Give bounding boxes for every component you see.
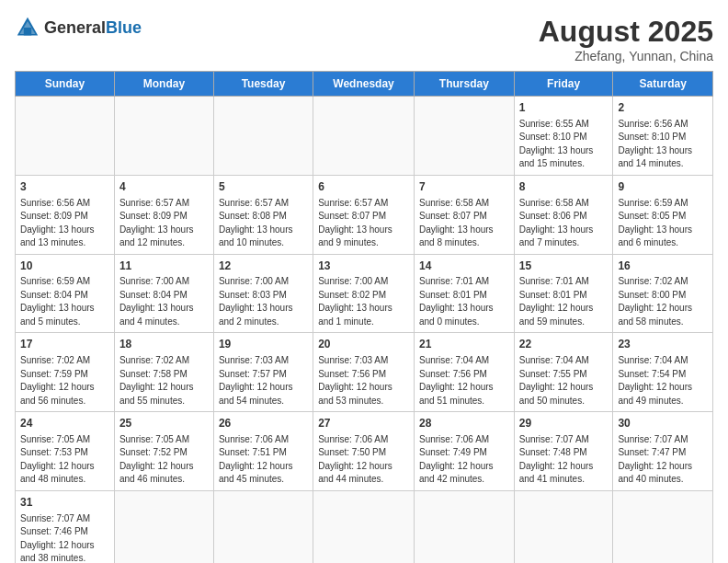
calendar-cell: 26Sunrise: 7:06 AM Sunset: 7:51 PM Dayli… xyxy=(213,412,313,491)
day-number: 6 xyxy=(318,179,409,195)
day-number: 25 xyxy=(119,416,209,431)
calendar-cell: 9Sunrise: 6:59 AM Sunset: 8:05 PM Daylig… xyxy=(613,175,713,254)
calendar-cell: 10Sunrise: 6:59 AM Sunset: 8:04 PM Dayli… xyxy=(16,254,115,333)
day-info: Sunrise: 6:55 AM Sunset: 8:10 PM Dayligh… xyxy=(519,118,609,171)
location: Zhefang, Yunnan, China xyxy=(539,49,713,63)
weekday-header-friday: Friday xyxy=(514,72,613,97)
calendar-cell xyxy=(16,97,115,176)
calendar-cell: 1Sunrise: 6:55 AM Sunset: 8:10 PM Daylig… xyxy=(514,97,613,176)
day-number: 26 xyxy=(219,416,308,431)
day-number: 16 xyxy=(618,259,708,274)
day-number: 10 xyxy=(20,259,109,274)
day-number: 8 xyxy=(519,179,609,195)
calendar-cell: 17Sunrise: 7:02 AM Sunset: 7:59 PM Dayli… xyxy=(16,333,115,412)
day-number: 29 xyxy=(519,416,609,431)
day-number: 18 xyxy=(119,337,209,352)
calendar-cell: 11Sunrise: 7:00 AM Sunset: 8:04 PM Dayli… xyxy=(114,254,213,333)
month-year: August 2025 xyxy=(539,15,713,49)
day-number: 15 xyxy=(519,259,609,274)
day-info: Sunrise: 7:06 AM Sunset: 7:51 PM Dayligh… xyxy=(219,433,308,487)
day-number: 13 xyxy=(318,259,409,274)
calendar-cell: 12Sunrise: 7:00 AM Sunset: 8:03 PM Dayli… xyxy=(213,254,313,333)
day-number: 4 xyxy=(119,179,209,195)
day-info: Sunrise: 7:00 AM Sunset: 8:02 PM Dayligh… xyxy=(318,275,409,328)
calendar-cell: 4Sunrise: 6:57 AM Sunset: 8:09 PM Daylig… xyxy=(114,175,213,254)
calendar-cell: 3Sunrise: 6:56 AM Sunset: 8:09 PM Daylig… xyxy=(16,175,115,254)
day-number: 17 xyxy=(20,337,109,352)
title-area: August 2025 Zhefang, Yunnan, China xyxy=(539,15,713,63)
day-number: 19 xyxy=(219,337,308,352)
day-info: Sunrise: 7:07 AM Sunset: 7:47 PM Dayligh… xyxy=(618,433,708,487)
day-number: 7 xyxy=(419,179,509,195)
day-info: Sunrise: 7:03 AM Sunset: 7:57 PM Dayligh… xyxy=(219,354,308,408)
day-number: 14 xyxy=(419,259,509,274)
calendar-cell: 15Sunrise: 7:01 AM Sunset: 8:01 PM Dayli… xyxy=(514,254,613,333)
calendar-cell xyxy=(613,490,713,563)
weekday-header-thursday: Thursday xyxy=(414,72,514,97)
day-info: Sunrise: 7:02 AM Sunset: 8:00 PM Dayligh… xyxy=(618,275,708,328)
day-number: 24 xyxy=(20,416,109,431)
day-info: Sunrise: 7:04 AM Sunset: 7:55 PM Dayligh… xyxy=(519,354,609,408)
calendar: SundayMondayTuesdayWednesdayThursdayFrid… xyxy=(15,71,713,563)
day-info: Sunrise: 6:56 AM Sunset: 8:09 PM Dayligh… xyxy=(20,197,109,250)
day-number: 1 xyxy=(519,100,609,116)
day-number: 21 xyxy=(419,337,509,352)
header: GeneralBlue August 2025 Zhefang, Yunnan,… xyxy=(15,15,713,63)
day-number: 27 xyxy=(318,416,409,431)
calendar-cell xyxy=(114,490,213,563)
day-info: Sunrise: 6:57 AM Sunset: 8:09 PM Dayligh… xyxy=(119,197,209,250)
day-info: Sunrise: 7:02 AM Sunset: 7:59 PM Dayligh… xyxy=(20,354,109,408)
calendar-cell: 5Sunrise: 6:57 AM Sunset: 8:08 PM Daylig… xyxy=(213,175,313,254)
day-info: Sunrise: 7:07 AM Sunset: 7:46 PM Dayligh… xyxy=(20,512,109,563)
day-info: Sunrise: 7:05 AM Sunset: 7:53 PM Dayligh… xyxy=(20,433,109,487)
day-number: 2 xyxy=(618,100,708,116)
calendar-cell: 31Sunrise: 7:07 AM Sunset: 7:46 PM Dayli… xyxy=(16,490,115,563)
week-row-2: 3Sunrise: 6:56 AM Sunset: 8:09 PM Daylig… xyxy=(16,175,713,254)
week-row-5: 24Sunrise: 7:05 AM Sunset: 7:53 PM Dayli… xyxy=(16,412,713,491)
weekday-header-wednesday: Wednesday xyxy=(313,72,415,97)
week-row-3: 10Sunrise: 6:59 AM Sunset: 8:04 PM Dayli… xyxy=(16,254,713,333)
day-info: Sunrise: 6:59 AM Sunset: 8:04 PM Dayligh… xyxy=(20,275,109,328)
calendar-cell xyxy=(213,97,313,176)
logo-icon xyxy=(15,15,40,40)
logo-text: GeneralBlue xyxy=(44,18,142,38)
weekday-header-row: SundayMondayTuesdayWednesdayThursdayFrid… xyxy=(16,72,713,97)
calendar-cell xyxy=(414,97,514,176)
calendar-cell: 23Sunrise: 7:04 AM Sunset: 7:54 PM Dayli… xyxy=(613,333,713,412)
day-info: Sunrise: 6:59 AM Sunset: 8:05 PM Dayligh… xyxy=(618,197,708,250)
calendar-cell: 6Sunrise: 6:57 AM Sunset: 8:07 PM Daylig… xyxy=(313,175,415,254)
calendar-cell: 24Sunrise: 7:05 AM Sunset: 7:53 PM Dayli… xyxy=(16,412,115,491)
day-number: 20 xyxy=(318,337,409,352)
calendar-cell: 2Sunrise: 6:56 AM Sunset: 8:10 PM Daylig… xyxy=(613,97,713,176)
calendar-cell: 27Sunrise: 7:06 AM Sunset: 7:50 PM Dayli… xyxy=(313,412,415,491)
day-number: 31 xyxy=(20,495,109,511)
day-info: Sunrise: 6:58 AM Sunset: 8:06 PM Dayligh… xyxy=(519,197,609,250)
week-row-6: 31Sunrise: 7:07 AM Sunset: 7:46 PM Dayli… xyxy=(16,490,713,563)
calendar-cell: 19Sunrise: 7:03 AM Sunset: 7:57 PM Dayli… xyxy=(213,333,313,412)
week-row-4: 17Sunrise: 7:02 AM Sunset: 7:59 PM Dayli… xyxy=(16,333,713,412)
day-info: Sunrise: 7:04 AM Sunset: 7:54 PM Dayligh… xyxy=(618,354,708,408)
calendar-cell: 7Sunrise: 6:58 AM Sunset: 8:07 PM Daylig… xyxy=(414,175,514,254)
calendar-cell: 8Sunrise: 6:58 AM Sunset: 8:06 PM Daylig… xyxy=(514,175,613,254)
calendar-cell: 28Sunrise: 7:06 AM Sunset: 7:49 PM Dayli… xyxy=(414,412,514,491)
calendar-cell xyxy=(313,490,415,563)
day-info: Sunrise: 7:02 AM Sunset: 7:58 PM Dayligh… xyxy=(119,354,209,408)
day-info: Sunrise: 7:04 AM Sunset: 7:56 PM Dayligh… xyxy=(419,354,509,408)
calendar-cell xyxy=(114,97,213,176)
day-info: Sunrise: 7:05 AM Sunset: 7:52 PM Dayligh… xyxy=(119,433,209,487)
weekday-header-monday: Monday xyxy=(114,72,213,97)
calendar-cell: 30Sunrise: 7:07 AM Sunset: 7:47 PM Dayli… xyxy=(613,412,713,491)
weekday-header-sunday: Sunday xyxy=(16,72,115,97)
weekday-header-saturday: Saturday xyxy=(613,72,713,97)
calendar-cell: 21Sunrise: 7:04 AM Sunset: 7:56 PM Dayli… xyxy=(414,333,514,412)
day-info: Sunrise: 7:00 AM Sunset: 8:04 PM Dayligh… xyxy=(119,275,209,328)
calendar-cell: 18Sunrise: 7:02 AM Sunset: 7:58 PM Dayli… xyxy=(114,333,213,412)
calendar-cell xyxy=(514,490,613,563)
calendar-cell: 29Sunrise: 7:07 AM Sunset: 7:48 PM Dayli… xyxy=(514,412,613,491)
week-row-1: 1Sunrise: 6:55 AM Sunset: 8:10 PM Daylig… xyxy=(16,97,713,176)
day-info: Sunrise: 7:06 AM Sunset: 7:49 PM Dayligh… xyxy=(419,433,509,487)
calendar-cell: 13Sunrise: 7:00 AM Sunset: 8:02 PM Dayli… xyxy=(313,254,415,333)
day-info: Sunrise: 7:03 AM Sunset: 7:56 PM Dayligh… xyxy=(318,354,409,408)
calendar-cell: 14Sunrise: 7:01 AM Sunset: 8:01 PM Dayli… xyxy=(414,254,514,333)
day-number: 3 xyxy=(20,179,109,195)
